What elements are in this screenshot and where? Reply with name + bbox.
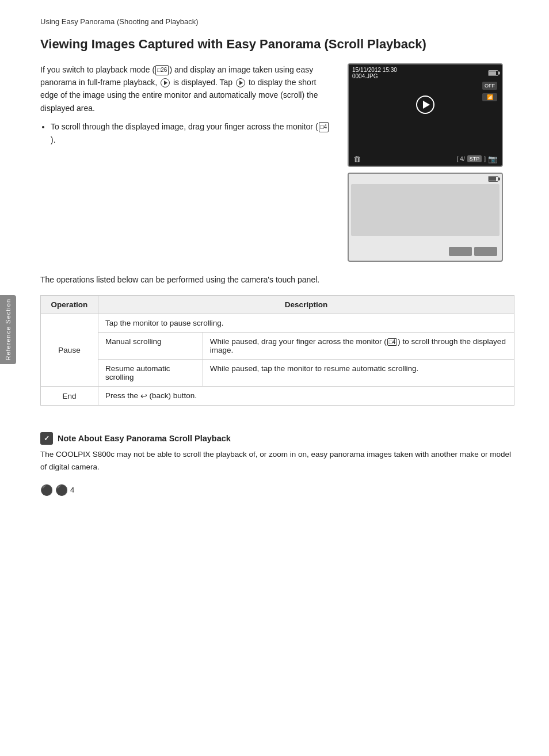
operations-table: Operation Description Pause Tap the moni…	[40, 295, 514, 406]
end-desc: Press the ↩ (back) button.	[98, 386, 514, 405]
camera-screen-2	[348, 173, 503, 262]
intro-text: If you switch to playback mode (□26) and…	[40, 63, 330, 262]
cam2-top-bar	[349, 174, 502, 184]
table-row-end: End Press the ↩ (back) button.	[41, 386, 514, 405]
bullet-dot-1: ⚫	[40, 484, 53, 497]
note-section: ✓ Note About Easy Panorama Scroll Playba…	[40, 423, 514, 473]
resume-desc: While paused, tap the monitor to resume …	[203, 359, 514, 386]
cam1-delete-icon: 🗑	[353, 155, 361, 163]
cam1-bottom-bar: 🗑 [ 4/ STP ] 📷	[349, 152, 502, 166]
end-operation-cell: End	[41, 386, 98, 405]
note-title-row: ✓ Note About Easy Panorama Scroll Playba…	[40, 432, 514, 445]
table-row-resume: Resume automatic scrolling While paused,…	[41, 359, 514, 386]
cam1-off-icon: OFF	[482, 82, 497, 90]
cam1-bracket-close: ]	[484, 156, 486, 162]
cam1-datetime: 15/11/2012 15:30 0004.JPG	[352, 67, 397, 79]
play-triangle-icon	[423, 101, 430, 109]
cam2-battery-icon	[488, 176, 498, 182]
col-operation: Operation	[41, 295, 98, 314]
ref-4-manual: □4	[387, 338, 398, 346]
camera-screen-1: 15/11/2012 15:30 0004.JPG OFF 📶	[348, 63, 503, 167]
page-number: 4	[70, 486, 74, 494]
cam1-middle: OFF 📶	[349, 82, 502, 128]
play-icon-inline	[161, 78, 170, 87]
cam1-play-button	[416, 96, 434, 114]
cam1-right-icons: OFF 📶	[482, 82, 497, 101]
cam1-page-indicator: [ 4/	[457, 156, 465, 162]
cam1-camera-icon: 📷	[488, 155, 497, 163]
manual-desc: While paused, drag your finger across th…	[203, 332, 514, 359]
cam1-battery-icon	[488, 70, 498, 76]
resume-label: Resume automatic scrolling	[98, 359, 203, 386]
reference-sidebar: Reference Section	[0, 295, 16, 364]
breadcrumb: Using Easy Panorama (Shooting and Playba…	[40, 17, 514, 26]
bullet-item-1: To scroll through the displayed image, d…	[51, 120, 330, 146]
note-body: The COOLPIX S800c may not be able to scr…	[40, 448, 514, 473]
bullet-dot-2: ⚫	[55, 484, 68, 497]
note-icon: ✓	[40, 432, 53, 445]
ref-26: □26	[155, 65, 169, 75]
pause-tap-desc: Tap the monitor to pause scrolling.	[98, 314, 514, 332]
cam2-panorama-area	[351, 184, 500, 236]
reference-label: Reference Section	[5, 299, 12, 361]
intro-paragraph: If you switch to playback mode (□26) and…	[40, 63, 330, 115]
cam1-wifi-icon: 📶	[482, 93, 497, 101]
cam1-bottom-right: [ 4/ STP ] 📷	[457, 155, 497, 163]
page-title: Viewing Images Captured with Easy Panora…	[40, 36, 514, 53]
manual-label: Manual scrolling	[98, 332, 203, 359]
cam2-strip-2	[474, 247, 497, 256]
play-icon-inline2	[236, 78, 245, 87]
operations-note: The operations listed below can be perfo…	[40, 273, 514, 286]
table-row-pause-tap: Pause Tap the monitor to pause scrolling…	[41, 314, 514, 332]
bullet-list: To scroll through the displayed image, d…	[51, 120, 330, 146]
back-icon: ↩	[140, 391, 147, 400]
note-title: Note About Easy Panorama Scroll Playback	[58, 434, 231, 443]
cam1-mode-box: STP	[467, 155, 482, 162]
cam2-strip-1	[449, 247, 472, 256]
col-description: Description	[98, 295, 514, 314]
ref-4-inline: □4	[319, 122, 329, 132]
image-column: 15/11/2012 15:30 0004.JPG OFF 📶	[348, 63, 514, 262]
cam2-bottom-strip	[449, 247, 497, 256]
table-row-manual: Manual scrolling While paused, drag your…	[41, 332, 514, 359]
page-footer: ⚫ ⚫ 4	[40, 484, 74, 497]
cam1-top-bar: 15/11/2012 15:30 0004.JPG	[349, 64, 502, 82]
pause-operation-cell: Pause	[41, 314, 98, 386]
